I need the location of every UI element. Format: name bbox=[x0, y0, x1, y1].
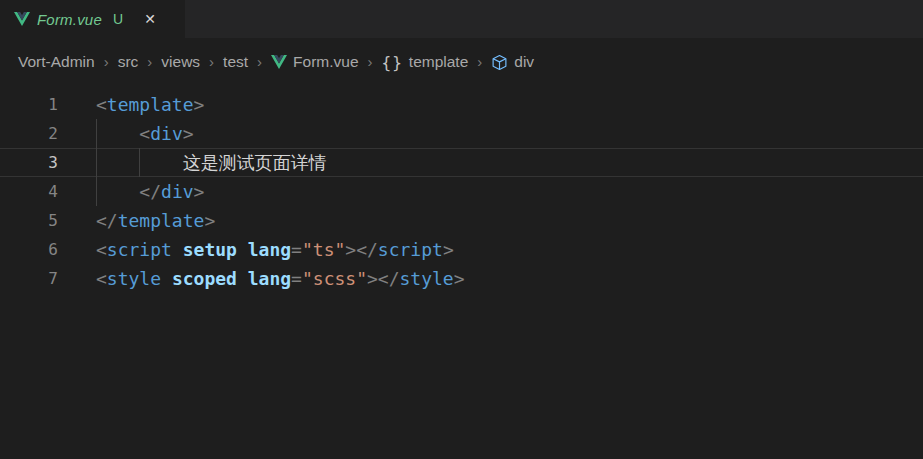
code-token: template bbox=[118, 210, 205, 231]
breadcrumb-separator: › bbox=[104, 53, 109, 72]
code-token: > bbox=[443, 239, 454, 260]
code-line-2[interactable]: 2 <div> bbox=[0, 119, 923, 148]
breadcrumb-item-project[interactable]: Vort-Admin bbox=[18, 53, 95, 71]
close-icon[interactable]: ✕ bbox=[140, 9, 160, 29]
line-number: 1 bbox=[0, 90, 96, 119]
code-token: < bbox=[96, 239, 107, 260]
breadcrumb-separator: › bbox=[477, 53, 482, 72]
indent-guide bbox=[139, 148, 140, 177]
tab-bar: Form.vue U ✕ bbox=[0, 0, 923, 38]
tab-title: Form.vue bbox=[37, 11, 102, 28]
code-line-content[interactable]: <template> bbox=[96, 90, 923, 119]
code-token: < bbox=[96, 268, 107, 289]
line-number: 5 bbox=[0, 206, 96, 235]
breadcrumb-separator: › bbox=[368, 53, 373, 72]
code-token: > bbox=[194, 181, 205, 202]
code-line-content[interactable]: <div> bbox=[96, 119, 923, 148]
vue-file-icon bbox=[14, 11, 30, 27]
code-token bbox=[237, 268, 248, 289]
code-line-5[interactable]: 5</template> bbox=[0, 206, 923, 235]
code-token: style bbox=[107, 268, 161, 289]
breadcrumb-item-div[interactable]: div bbox=[491, 53, 534, 71]
code-token: lang bbox=[248, 239, 291, 260]
code-line-6[interactable]: 6<script setup lang="ts"></script> bbox=[0, 235, 923, 264]
indent-guide bbox=[96, 177, 97, 206]
breadcrumb-item-template[interactable]: {} template bbox=[382, 53, 469, 72]
line-number: 3 bbox=[0, 148, 96, 177]
code-line-content[interactable]: <script setup lang="ts"></script> bbox=[96, 235, 923, 264]
code-line-content[interactable]: </div> bbox=[96, 177, 923, 206]
code-token bbox=[161, 268, 172, 289]
indent-guide bbox=[96, 148, 97, 177]
code-token: > bbox=[194, 94, 205, 115]
code-token: = bbox=[291, 239, 302, 260]
code-token bbox=[172, 239, 183, 260]
code-token: > bbox=[345, 239, 356, 260]
code-token: template bbox=[107, 94, 194, 115]
code-token: div bbox=[161, 181, 194, 202]
code-editor[interactable]: 1<template>2 <div>3 这是测试页面详情4 </div>5</t… bbox=[0, 86, 923, 293]
code-token: > bbox=[204, 210, 215, 231]
breadcrumb-item-file[interactable]: Form.vue bbox=[271, 53, 358, 71]
breadcrumb: Vort-Admin › src › views › test › Form.v… bbox=[0, 38, 923, 86]
code-token: 这是测试页面详情 bbox=[183, 152, 327, 173]
code-token: style bbox=[400, 268, 454, 289]
tab-form-vue[interactable]: Form.vue U ✕ bbox=[0, 0, 185, 38]
indent-guide bbox=[96, 119, 97, 148]
code-token: < bbox=[139, 123, 150, 144]
code-token: > bbox=[454, 268, 465, 289]
breadcrumb-item-views[interactable]: views bbox=[161, 53, 200, 71]
code-line-content[interactable]: </template> bbox=[96, 206, 923, 235]
code-token: </ bbox=[139, 181, 161, 202]
code-token: script bbox=[107, 239, 172, 260]
breadcrumb-item-test[interactable]: test bbox=[223, 53, 248, 71]
code-token: lang bbox=[248, 268, 291, 289]
breadcrumb-item-src[interactable]: src bbox=[118, 53, 139, 71]
code-token: </ bbox=[378, 268, 400, 289]
code-line-4[interactable]: 4 </div> bbox=[0, 177, 923, 206]
code-line-7[interactable]: 7<style scoped lang="scss"></style> bbox=[0, 264, 923, 293]
code-token bbox=[96, 123, 139, 144]
line-number: 2 bbox=[0, 119, 96, 148]
git-status-badge: U bbox=[113, 11, 123, 27]
code-line-content[interactable]: 这是测试页面详情 bbox=[96, 148, 923, 177]
code-token: script bbox=[378, 239, 443, 260]
vue-logo-icon bbox=[271, 55, 287, 69]
code-token: "ts" bbox=[302, 239, 345, 260]
code-token: div bbox=[150, 123, 183, 144]
code-token: < bbox=[96, 94, 107, 115]
code-line-1[interactable]: 1<template> bbox=[0, 90, 923, 119]
code-token bbox=[237, 239, 248, 260]
code-line-content[interactable]: <style scoped lang="scss"></style> bbox=[96, 264, 923, 293]
code-token: scoped bbox=[172, 268, 237, 289]
code-token: "scss" bbox=[302, 268, 367, 289]
line-number: 6 bbox=[0, 235, 96, 264]
code-token: setup bbox=[183, 239, 237, 260]
line-number: 4 bbox=[0, 177, 96, 206]
braces-symbol-icon: {} bbox=[382, 53, 403, 72]
breadcrumb-separator: › bbox=[147, 53, 152, 72]
code-token: </ bbox=[96, 210, 118, 231]
code-token: > bbox=[367, 268, 378, 289]
code-token: = bbox=[291, 268, 302, 289]
code-token: > bbox=[183, 123, 194, 144]
code-token bbox=[96, 181, 139, 202]
line-number: 7 bbox=[0, 264, 96, 293]
cube-symbol-icon bbox=[491, 54, 508, 71]
breadcrumb-separator: › bbox=[257, 53, 262, 72]
code-line-3[interactable]: 3 这是测试页面详情 bbox=[0, 148, 923, 177]
breadcrumb-separator: › bbox=[209, 53, 214, 72]
code-token: </ bbox=[356, 239, 378, 260]
